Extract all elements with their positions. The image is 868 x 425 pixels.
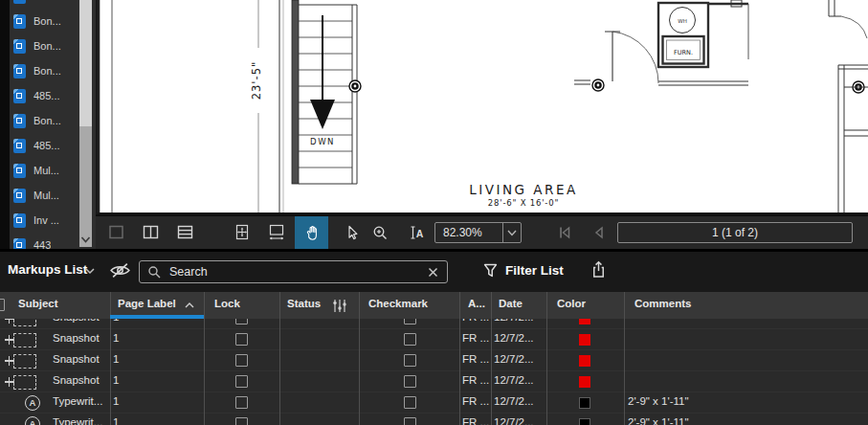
checkmark-checkbox[interactable]	[404, 417, 416, 425]
markup-table-row[interactable]: A Typewrit... 1 FR ... 12/7/2... 2'-9" x…	[0, 414, 868, 425]
file-name-label: 485...	[33, 140, 60, 151]
checkmark-checkbox[interactable]	[404, 354, 416, 367]
hide-markups-icon[interactable]	[109, 262, 131, 279]
subject-cell: Snapshot	[53, 332, 108, 344]
date-cell: 12/7/2...	[494, 374, 545, 386]
clear-search-icon[interactable]	[428, 267, 438, 278]
markup-table-row[interactable]: A Typewrit... 1 FR ... 12/7/2... 2'-9" x…	[0, 392, 868, 414]
sidebar-file-item[interactable]: Bon...	[13, 34, 78, 58]
lock-checkbox[interactable]	[235, 375, 248, 388]
markup-table-row[interactable]: A Snapshot 1 FR ... 12/7/2...	[0, 371, 868, 392]
color-swatch[interactable]	[579, 418, 590, 425]
markup-table-row[interactable]: A Snapshot 1 FR ... 12/7/2...	[0, 329, 868, 350]
zoom-level-dropdown[interactable]: 82.30%	[434, 222, 522, 243]
column-header-color[interactable]: Color	[557, 298, 586, 309]
column-header-author[interactable]: A...	[468, 298, 485, 309]
page-number-field[interactable]: 1 (1 of 2)	[617, 222, 853, 243]
subject-cell: Snapshot	[53, 319, 108, 323]
markup-table-row[interactable]: A Snapshot 1 FR ... 12/7/2...	[0, 319, 868, 329]
search-input[interactable]: Search	[139, 260, 448, 283]
date-cell: 12/7/2...	[494, 319, 545, 323]
subject-cell: Snapshot	[53, 374, 108, 386]
sidebar-file-item[interactable]: Bon...	[13, 9, 78, 34]
column-header-page-label[interactable]: Page Label	[118, 298, 176, 309]
move-page-icon	[233, 224, 252, 241]
chevron-down-icon[interactable]	[502, 223, 521, 242]
document-canvas[interactable]: 23'-5" DWN	[96, 0, 868, 214]
status-filter-icon[interactable]	[332, 299, 347, 313]
pdf-file-icon	[13, 64, 26, 78]
sidebar-scrollbar[interactable]	[79, 0, 92, 247]
checkmark-checkbox[interactable]	[404, 333, 416, 346]
sidebar-file-item[interactable]: Inv ...	[13, 208, 78, 233]
markup-table-row[interactable]: A Snapshot 1 FR ... 12/7/2...	[0, 350, 868, 371]
sidebar-file-item[interactable]: Bon...	[13, 108, 78, 133]
export-share-icon[interactable]	[590, 260, 607, 279]
column-divider	[491, 292, 492, 425]
markup-type-cell: A	[4, 371, 48, 392]
checkmark-checkbox[interactable]	[404, 319, 416, 324]
lock-checkbox[interactable]	[235, 333, 248, 346]
column-header-subject[interactable]: Subject	[18, 298, 58, 309]
filter-list-button[interactable]: Filter List	[483, 263, 564, 278]
author-cell: FR ...	[462, 332, 489, 344]
subject-cell: Snapshot	[53, 353, 108, 365]
select-all-checkbox[interactable]	[0, 299, 5, 311]
chevron-down-icon[interactable]	[85, 268, 95, 275]
column-header-status[interactable]: Status	[287, 298, 321, 309]
previous-page-button[interactable]	[588, 217, 611, 248]
stair-wall-poche	[292, 0, 299, 184]
select-tool-button[interactable]	[338, 217, 365, 248]
sidebar-file-item[interactable]: Mul...	[13, 183, 78, 208]
lock-checkbox[interactable]	[235, 354, 248, 367]
column-divider	[110, 292, 111, 425]
column-header-checkmark[interactable]: Checkmark	[368, 298, 428, 309]
sidebar-file-item[interactable]: 485...	[13, 133, 78, 158]
sidebar-file-item[interactable]: 443	[13, 233, 78, 249]
markup-table-body: A Snapshot 1 FR ... 12/7/2... A Snapshot…	[0, 319, 868, 425]
lock-checkbox[interactable]	[235, 319, 248, 324]
column-header-comments[interactable]: Comments	[634, 298, 691, 309]
column-divider	[204, 292, 205, 425]
sidebar-file-item[interactable]: Bon...	[13, 58, 78, 83]
checkmark-checkbox[interactable]	[404, 396, 416, 409]
detector-marker	[592, 79, 604, 91]
lock-checkbox[interactable]	[235, 417, 248, 425]
color-swatch[interactable]	[579, 319, 590, 324]
pdf-file-icon	[13, 213, 26, 228]
color-swatch[interactable]	[579, 355, 590, 367]
search-placeholder: Search	[169, 265, 428, 279]
column-header-date[interactable]: Date	[499, 298, 523, 309]
sidebar-file-item[interactable]: Mul...	[13, 158, 78, 183]
first-page-button[interactable]	[553, 217, 576, 248]
pdf-file-icon	[13, 114, 26, 128]
filter-funnel-icon	[483, 263, 498, 278]
text-select-icon: A	[408, 225, 425, 240]
checkmark-checkbox[interactable]	[404, 375, 416, 388]
split-vertical-view-button[interactable]	[138, 217, 165, 248]
subject-cell: Typewrit...	[53, 395, 108, 407]
markup-type-cell: A	[4, 414, 48, 425]
scroll-down-icon[interactable]	[80, 235, 91, 245]
split-horizontal-view-button[interactable]	[172, 217, 199, 248]
column-header-lock[interactable]: Lock	[214, 298, 240, 309]
zoom-tool-button[interactable]	[367, 217, 394, 248]
markups-list-title[interactable]: Markups List	[8, 262, 87, 277]
view-toolbar: A 82.30% 1 (1 of 2)	[96, 214, 868, 249]
pan-page-button[interactable]	[229, 217, 256, 248]
sidebar-file-item[interactable]: 485...	[13, 83, 78, 108]
fit-width-button[interactable]	[263, 217, 290, 248]
lock-checkbox[interactable]	[235, 396, 248, 409]
floor-plan-drawing: 23'-5" DWN	[96, 0, 868, 214]
select-text-button[interactable]: A	[402, 217, 431, 248]
color-swatch[interactable]	[579, 334, 590, 346]
sidebar-file-item[interactable]: Bon...	[13, 0, 78, 9]
sidebar-scrollbar-thumb[interactable]	[79, 0, 92, 126]
author-cell: FR ...	[462, 416, 489, 425]
single-page-view-button[interactable]	[103, 217, 130, 248]
color-swatch[interactable]	[579, 397, 590, 409]
color-swatch[interactable]	[579, 376, 590, 388]
hand-tool-icon	[303, 225, 320, 241]
pan-tool-button[interactable]	[295, 216, 328, 249]
previous-page-icon	[592, 226, 606, 239]
